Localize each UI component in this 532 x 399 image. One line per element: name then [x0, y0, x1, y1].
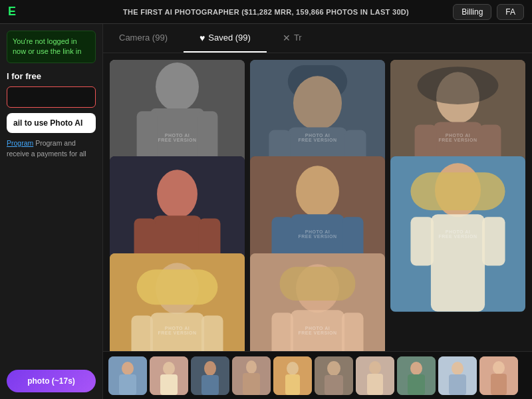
header-actions: Billing FA: [453, 4, 524, 20]
svg-rect-34: [482, 217, 505, 266]
photo-card-6[interactable]: PHOTO AIFREE VERSION: [390, 156, 525, 311]
affiliate-link[interactable]: Program: [7, 139, 33, 147]
tab-saved-label: Saved (99): [208, 33, 251, 43]
photo-card-7[interactable]: PHOTO AIFREE VERSION: [110, 253, 245, 351]
svg-rect-31: [410, 173, 505, 211]
svg-rect-67: [367, 374, 383, 395]
svg-point-20: [157, 170, 198, 219]
account-button[interactable]: FA: [497, 4, 524, 20]
sidebar: You're not logged in now or use the link…: [0, 24, 103, 399]
photo-card-8[interactable]: PHOTO AIFREE VERSION: [250, 253, 385, 351]
app-logo: E: [8, 5, 28, 19]
svg-rect-43: [280, 267, 356, 301]
svg-rect-64: [325, 375, 343, 395]
svg-rect-39: [131, 315, 152, 351]
svg-point-72: [452, 362, 464, 375]
svg-point-1: [156, 63, 199, 111]
svg-rect-46: [342, 313, 363, 351]
svg-point-60: [287, 362, 299, 375]
svg-rect-73: [449, 374, 466, 395]
thumbnail-8[interactable]: [397, 356, 436, 395]
svg-point-48: [122, 362, 134, 375]
affiliate-text: Program Program and receive a payments f…: [7, 138, 96, 160]
tabs-bar: Camera (99) ♥ Saved (99) ✕ Tr: [103, 24, 532, 53]
thumbnail-3[interactable]: [191, 356, 229, 395]
photo-grid: PHOTO AIFREE VERSION 3m ago PHOTO AI: [103, 53, 532, 351]
thumbnail-2[interactable]: [150, 356, 188, 395]
tab-saved[interactable]: ♥ Saved (99): [184, 24, 267, 53]
thumbnail-6[interactable]: [315, 356, 353, 395]
svg-rect-40: [201, 315, 223, 351]
close-icon: ✕: [283, 33, 291, 43]
tab-trash-label: Tr: [294, 33, 302, 43]
header-title: THE FIRST AI PHOTOGRAPHER ($11,282 MRR, …: [123, 8, 409, 16]
generate-photo-button[interactable]: photo (~17s): [7, 370, 96, 392]
thumbnail-5[interactable]: [273, 356, 312, 395]
svg-rect-37: [137, 269, 218, 305]
svg-point-66: [369, 361, 381, 374]
billing-button[interactable]: Billing: [453, 4, 491, 20]
svg-rect-61: [285, 374, 300, 395]
email-field[interactable]: [7, 86, 96, 108]
svg-rect-15: [418, 66, 499, 104]
svg-point-75: [493, 361, 505, 374]
svg-point-9: [293, 76, 342, 130]
thumbnail-1[interactable]: [108, 356, 147, 395]
svg-point-69: [410, 362, 422, 375]
svg-point-25: [296, 166, 339, 217]
svg-rect-55: [201, 375, 219, 395]
sidebar-notice-text: You're not logged in now or use the link…: [13, 37, 81, 55]
header-bar: E THE FIRST AI PHOTOGRAPHER ($11,282 MRR…: [0, 0, 532, 24]
thumbnail-7[interactable]: [356, 356, 394, 395]
svg-rect-76: [491, 374, 507, 395]
thumbnail-9[interactable]: [438, 356, 477, 395]
use-photo-ai-button[interactable]: ail to use Photo AI: [7, 113, 96, 133]
svg-rect-52: [160, 374, 178, 395]
svg-rect-33: [410, 217, 434, 266]
svg-rect-38: [150, 313, 204, 351]
tab-camera-label: Camera (99): [119, 33, 168, 43]
svg-rect-45: [271, 313, 293, 351]
content-area: Camera (99) ♥ Saved (99) ✕ Tr: [103, 24, 532, 399]
svg-rect-70: [408, 374, 425, 395]
svg-rect-58: [243, 373, 260, 395]
sidebar-signup-label: l for free: [7, 71, 96, 81]
svg-rect-49: [119, 374, 136, 395]
svg-rect-32: [431, 215, 485, 312]
main-layout: You're not logged in now or use the link…: [0, 24, 532, 399]
svg-point-51: [163, 362, 175, 375]
svg-rect-44: [291, 310, 344, 351]
tab-camera[interactable]: Camera (99): [103, 24, 184, 53]
svg-point-54: [204, 361, 216, 376]
thumbnail-4[interactable]: [232, 356, 271, 395]
sidebar-notice: You're not logged in now or use the link…: [7, 31, 96, 63]
heart-icon: ♥: [200, 33, 205, 43]
thumbnail-strip: [103, 351, 532, 399]
svg-point-63: [327, 361, 340, 376]
tab-trash[interactable]: ✕ Tr: [267, 24, 318, 53]
svg-point-57: [246, 360, 257, 374]
thumbnail-10[interactable]: [479, 356, 518, 395]
